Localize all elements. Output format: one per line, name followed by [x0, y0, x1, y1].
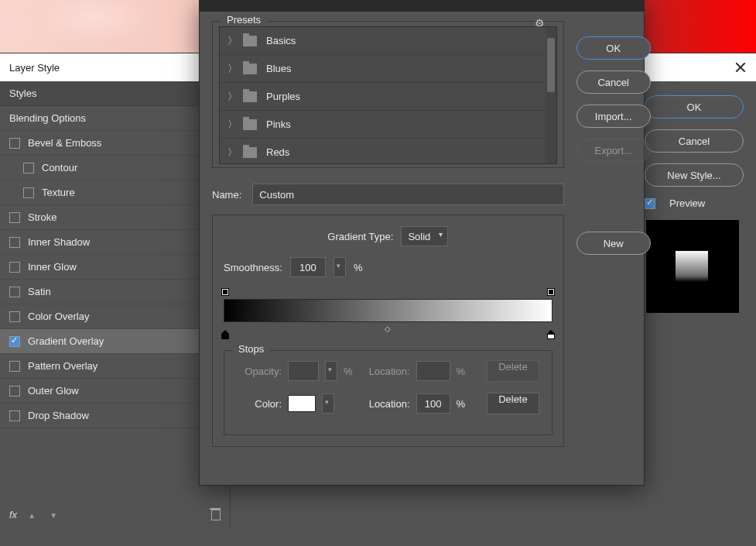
delete-opacity-stop-button: Delete	[487, 360, 539, 382]
new-style-button[interactable]: New Style...	[645, 163, 744, 187]
fx-icon[interactable]: fx	[9, 509, 17, 520]
gradient-bar[interactable]	[224, 299, 552, 322]
cancel-button[interactable]: Cancel	[645, 129, 744, 153]
effect-inner-shadow[interactable]: Inner Shadow	[0, 230, 230, 255]
layer-style-title: Layer Style	[9, 62, 60, 74]
checkbox-satin[interactable]	[9, 287, 20, 297]
effect-outer-glow[interactable]: Outer Glow	[0, 379, 230, 403]
smoothness-input[interactable]	[290, 257, 326, 277]
opacity-value-input	[288, 361, 319, 381]
chevron-right-icon: 〉	[227, 146, 234, 160]
gradient-editor-dialog: Presets 〉Basics 〉Blues 〉Purples 〉Pinks 〉…	[199, 0, 645, 486]
preset-folder-reds[interactable]: 〉Reds	[220, 139, 556, 164]
chevron-right-icon: 〉	[227, 62, 234, 76]
smoothness-spinner[interactable]	[334, 257, 346, 277]
folder-icon	[243, 36, 257, 46]
preview-gradient	[676, 251, 708, 282]
delete-color-stop-button[interactable]: Delete	[487, 393, 539, 414]
checkbox-contour[interactable]	[23, 163, 34, 173]
effect-gradient-overlay[interactable]: Gradient Overlay	[0, 329, 230, 354]
move-up-icon[interactable]	[28, 509, 39, 520]
preview-label: Preview	[669, 197, 705, 209]
effect-satin[interactable]: Satin	[0, 280, 230, 304]
stops-panel: Stops Opacity: % Location: % Delete	[224, 350, 552, 435]
preview-toggle-row: Preview	[645, 197, 744, 209]
chevron-right-icon: 〉	[227, 34, 234, 48]
gradedit-import-button[interactable]: Import...	[576, 105, 651, 128]
effect-drop-shadow[interactable]: Drop Shadow	[0, 403, 230, 428]
effect-texture[interactable]: Texture	[0, 180, 230, 205]
checkbox-inner-glow[interactable]	[9, 262, 20, 273]
folder-icon	[243, 91, 257, 102]
name-label: Name:	[212, 189, 241, 201]
color-swatch[interactable]	[288, 395, 316, 412]
gradedit-ok-button[interactable]: OK	[576, 36, 651, 60]
preset-folder-basics[interactable]: 〉Basics	[220, 27, 556, 55]
folder-icon	[243, 64, 257, 74]
color-stop-row: Color: Location: % Delete	[237, 393, 539, 414]
gradient-editor-buttons: OK Cancel Import... Export... New	[576, 21, 651, 447]
folder-icon	[243, 147, 257, 158]
checkbox-pattern-overlay[interactable]	[9, 361, 20, 372]
move-down-icon[interactable]	[50, 509, 60, 520]
chevron-right-icon: 〉	[227, 90, 234, 104]
chevron-right-icon: 〉	[227, 118, 234, 132]
color-location-input[interactable]	[416, 393, 450, 414]
close-icon[interactable]	[734, 61, 747, 74]
trash-icon[interactable]	[210, 508, 221, 520]
effect-pattern-overlay[interactable]: Pattern Overlay	[0, 354, 230, 379]
color-dropdown-icon[interactable]	[322, 393, 334, 414]
opacity-stop-right[interactable]	[547, 288, 555, 296]
color-stop-right[interactable]	[547, 330, 555, 339]
presets-panel: Presets 〉Basics 〉Blues 〉Purples 〉Pinks 〉…	[212, 21, 564, 168]
gradedit-cancel-button[interactable]: Cancel	[576, 70, 651, 94]
preset-folder-blues[interactable]: 〉Blues	[220, 55, 556, 83]
effect-color-overlay[interactable]: Color Overlay	[0, 304, 230, 329]
color-label: Color:	[237, 398, 282, 410]
stops-label: Stops	[232, 343, 270, 355]
effects-sidebar: Styles Blending Options Bevel & Emboss C…	[0, 81, 231, 530]
checkbox-color-overlay[interactable]	[9, 311, 20, 322]
preset-scrollbar[interactable]	[546, 27, 556, 163]
checkbox-outer-glow[interactable]	[9, 386, 20, 397]
percent-label: %	[354, 262, 363, 273]
effects-footer: fx	[0, 499, 230, 530]
preview-thumbnail	[646, 220, 739, 313]
opacity-stop-row: Opacity: % Location: % Delete	[237, 360, 539, 382]
ok-button[interactable]: OK	[645, 95, 744, 118]
gradient-bar-area: ◇	[224, 288, 552, 339]
folder-icon	[243, 119, 257, 130]
name-row: Name:	[212, 184, 564, 205]
opacity-location-label: Location:	[365, 366, 410, 377]
opacity-location-input	[416, 361, 450, 381]
checkbox-stroke[interactable]	[9, 212, 20, 223]
opacity-stop-left[interactable]	[221, 288, 229, 296]
preset-folder-purples[interactable]: 〉Purples	[220, 83, 556, 111]
preset-folder-pinks[interactable]: 〉Pinks	[220, 111, 556, 139]
opacity-label: Opacity:	[237, 366, 282, 377]
gradedit-new-button[interactable]: New	[576, 232, 651, 255]
preset-list: 〉Basics 〉Blues 〉Purples 〉Pinks 〉Reds	[219, 26, 557, 164]
gradient-editor-titlebar[interactable]	[200, 1, 644, 12]
gradient-config-panel: Gradient Type: Solid Smoothness: % ◇	[212, 215, 564, 447]
gradedit-export-button: Export...	[576, 139, 651, 162]
name-input[interactable]	[252, 184, 563, 205]
color-stop-left[interactable]	[221, 330, 229, 339]
effect-bevel-emboss[interactable]: Bevel & Emboss	[0, 131, 230, 156]
checkbox-inner-shadow[interactable]	[9, 237, 20, 248]
styles-header[interactable]: Styles	[0, 81, 230, 106]
scrollbar-thumb[interactable]	[547, 38, 555, 92]
layer-style-right-panel: OK Cancel New Style... Preview	[632, 81, 756, 530]
effect-contour[interactable]: Contour	[0, 156, 230, 180]
presets-label: Presets	[221, 14, 267, 26]
blending-options-item[interactable]: Blending Options	[0, 106, 230, 131]
checkbox-drop-shadow[interactable]	[9, 410, 20, 421]
color-location-label: Location:	[365, 398, 410, 410]
effect-stroke[interactable]: Stroke	[0, 205, 230, 230]
checkbox-gradient-overlay[interactable]	[9, 336, 20, 347]
opacity-spinner	[325, 361, 337, 381]
checkbox-texture[interactable]	[23, 187, 34, 198]
gradient-type-dropdown[interactable]: Solid	[401, 226, 448, 246]
checkbox-bevel[interactable]	[9, 138, 20, 149]
effect-inner-glow[interactable]: Inner Glow	[0, 255, 230, 280]
